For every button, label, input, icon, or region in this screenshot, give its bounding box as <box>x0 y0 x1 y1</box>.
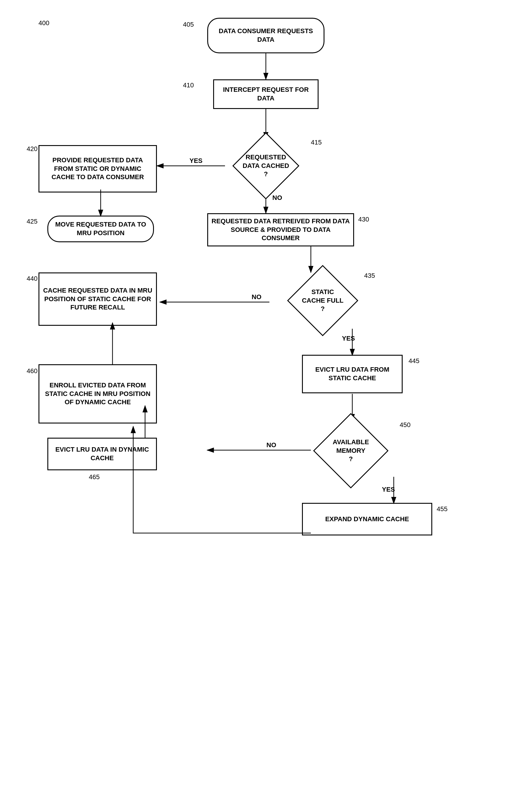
node-465: EVICT LRU DATA IN DYNAMIC CACHE <box>48 438 157 470</box>
label-420: 420 <box>27 145 38 153</box>
node-450-label: AVAILABLEMEMORY? <box>333 438 369 464</box>
node-405-label: DATA CONSUMER REQUESTS DATA <box>211 27 321 44</box>
node-445-label: EVICT LRU DATA FROM STATIC CACHE <box>306 365 399 382</box>
arrow-label-yes-415: YES <box>189 157 203 165</box>
node-460: ENROLL EVICTED DATA FROM STATIC CACHE IN… <box>38 364 157 424</box>
arrow-label-no-450: NO <box>266 441 276 449</box>
node-435-container: STATICCACHE FULL? <box>284 269 361 332</box>
node-445: EVICT LRU DATA FROM STATIC CACHE <box>302 355 403 393</box>
node-420: PROVIDE REQUESTED DATA FROM STATIC OR DY… <box>38 145 157 192</box>
node-430-label: REQUESTED DATA RETREIVED FROM DATA SOURC… <box>211 217 350 243</box>
node-455-label: EXPAND DYNAMIC CACHE <box>325 515 409 524</box>
node-410-label: INTERCEPT REQUEST FOR DATA <box>217 86 315 102</box>
diagram-container: 400 DATA CONSUMER REQUESTS DATA 405 INTE… <box>0 0 532 807</box>
node-425-label: MOVE REQUESTED DATA TO MRU POSITION <box>51 220 150 237</box>
node-410: INTERCEPT REQUEST FOR DATA <box>213 79 319 109</box>
label-425: 425 <box>27 218 38 225</box>
label-460: 460 <box>27 367 38 375</box>
arrow-label-no-435: NO <box>252 293 261 301</box>
label-400: 400 <box>38 19 50 27</box>
node-465-label: EVICT LRU DATA IN DYNAMIC CACHE <box>51 445 153 462</box>
node-440: CACHE REQUESTED DATA IN MRU POSITION OF … <box>38 273 157 326</box>
node-430: REQUESTED DATA RETREIVED FROM DATA SOURC… <box>207 213 354 246</box>
node-415-container: REQUESTEDDATA CACHED? <box>225 136 307 195</box>
node-435-label: STATICCACHE FULL? <box>302 288 344 313</box>
node-420-label: PROVIDE REQUESTED DATA FROM STATIC OR DY… <box>43 156 152 182</box>
node-450-container: AVAILABLEMEMORY? <box>308 418 394 483</box>
arrow-label-no-415: NO <box>272 194 282 202</box>
label-415: 415 <box>311 138 322 146</box>
node-415-label: REQUESTEDDATA CACHED? <box>243 153 289 179</box>
label-440: 440 <box>27 275 38 283</box>
node-440-label: CACHE REQUESTED DATA IN MRU POSITION OF … <box>43 286 152 312</box>
label-435: 435 <box>364 272 375 280</box>
node-425: MOVE REQUESTED DATA TO MRU POSITION <box>48 215 154 242</box>
label-465: 465 <box>89 473 100 481</box>
label-445: 445 <box>408 357 419 365</box>
label-455: 455 <box>437 505 448 513</box>
node-455: EXPAND DYNAMIC CACHE <box>302 503 432 536</box>
label-405: 405 <box>183 21 194 29</box>
node-405: DATA CONSUMER REQUESTS DATA <box>207 18 324 53</box>
label-450: 450 <box>400 421 411 429</box>
arrow-label-yes-435: YES <box>342 335 355 342</box>
label-410: 410 <box>183 81 194 89</box>
arrow-label-yes-450: YES <box>382 486 395 493</box>
label-430: 430 <box>358 215 369 223</box>
node-460-label: ENROLL EVICTED DATA FROM STATIC CACHE IN… <box>43 381 152 407</box>
